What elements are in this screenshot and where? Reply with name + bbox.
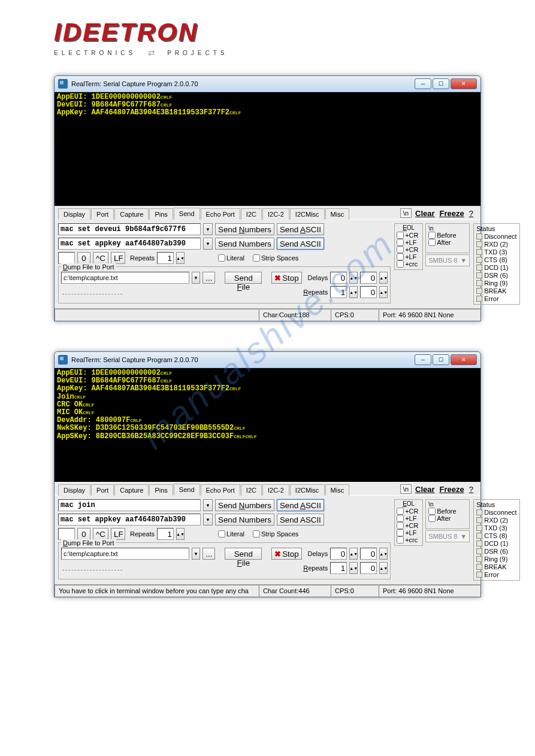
tab-pins[interactable]: Pins	[149, 484, 173, 496]
eol-cr-2[interactable]	[397, 522, 404, 529]
command-input-2[interactable]	[58, 238, 201, 250]
terminal-output[interactable]: AppEUI: 1DEE000000000002CRLF DevEUI: 9B6…	[55, 92, 480, 206]
send-numbers-button-2[interactable]: Send Numbers	[215, 238, 274, 250]
tab-i2cmisc[interactable]: I2CMisc	[290, 484, 325, 496]
before-checkbox[interactable]	[428, 232, 436, 239]
tab-send[interactable]: Send	[174, 208, 200, 220]
tab-echoport[interactable]: Echo Port	[201, 484, 240, 496]
zero-button[interactable]: 0	[77, 528, 90, 540]
send-ascii-button-1[interactable]: Send ASCII	[277, 499, 324, 511]
repeats-file-1[interactable]	[330, 562, 347, 574]
spinner-icon[interactable]: ▲▼	[349, 286, 358, 298]
send-numbers-button-1[interactable]: Send Numbers	[215, 223, 274, 235]
minimize-button[interactable]: ─	[415, 354, 431, 365]
command-input-2[interactable]	[58, 514, 201, 526]
ctrl-c-button[interactable]: ^C	[93, 252, 108, 264]
tab-i2cmisc[interactable]: I2CMisc	[290, 208, 325, 220]
tab-send[interactable]: Send	[174, 484, 200, 496]
char-field[interactable]	[58, 252, 75, 264]
command-input-1[interactable]	[58, 223, 201, 235]
tab-capture[interactable]: Capture	[114, 208, 149, 220]
tab-capture[interactable]: Capture	[114, 484, 149, 496]
tab-i2c[interactable]: I2C	[241, 484, 262, 496]
stop-button[interactable]: ✖Stop	[271, 548, 301, 560]
dropdown-icon[interactable]: ▼	[192, 548, 201, 560]
dropdown-icon[interactable]: ▼	[203, 499, 213, 511]
delay-2-input[interactable]	[360, 548, 377, 560]
delay-1-input[interactable]	[330, 548, 347, 560]
spinner-icon[interactable]: ▲▼	[379, 272, 388, 284]
spinner-icon[interactable]: ▲▼	[379, 548, 388, 560]
strip-spaces-checkbox[interactable]	[253, 530, 260, 538]
tab-echoport[interactable]: Echo Port	[201, 208, 240, 220]
spinner-icon[interactable]: ▲▼	[349, 548, 358, 560]
tab-i2c2[interactable]: I2C-2	[262, 484, 289, 496]
command-input-1[interactable]	[58, 499, 201, 511]
literal-checkbox[interactable]	[218, 530, 225, 538]
literal-checkbox[interactable]	[218, 254, 225, 262]
eol-cr-2[interactable]	[397, 246, 404, 253]
tab-display[interactable]: Display	[58, 484, 90, 496]
dropdown-icon[interactable]: ▼	[203, 238, 213, 250]
tab-misc[interactable]: Misc	[325, 484, 350, 496]
spinner-icon[interactable]: ▲▼	[176, 528, 185, 540]
send-ascii-button-2[interactable]: Send ASCII	[277, 238, 324, 250]
repeats-input[interactable]	[157, 252, 174, 264]
tab-port[interactable]: Port	[91, 208, 114, 220]
titlebar[interactable]: RealTerm: Serial Capture Program 2.0.0.7…	[55, 352, 480, 368]
eol-crc[interactable]	[397, 260, 404, 268]
delay-1-input[interactable]	[330, 272, 347, 284]
after-checkbox[interactable]	[428, 515, 436, 522]
terminal-output[interactable]: AppEUI: 1DEE000000000002CRLF DevEUI: 9B6…	[55, 368, 480, 482]
lf-button[interactable]: LF	[111, 252, 125, 264]
newline-toggle[interactable]: \n	[400, 484, 412, 494]
send-ascii-button-2[interactable]: Send ASCII	[277, 514, 324, 526]
send-file-button[interactable]: Send File	[225, 272, 262, 284]
repeats-file-1[interactable]	[330, 286, 347, 298]
dump-path-input[interactable]	[61, 548, 189, 560]
freeze-button[interactable]: Freeze	[439, 485, 466, 494]
freeze-button[interactable]: Freeze	[439, 209, 466, 218]
char-field[interactable]	[58, 528, 75, 540]
tab-misc[interactable]: Misc	[325, 208, 350, 220]
lf-button[interactable]: LF	[111, 528, 125, 540]
repeats-input[interactable]	[157, 528, 174, 540]
spinner-icon[interactable]: ▲▼	[349, 562, 358, 574]
spinner-icon[interactable]: ▲▼	[349, 272, 358, 284]
spinner-icon[interactable]: ▲▼	[379, 286, 388, 298]
dropdown-icon[interactable]: ▼	[203, 223, 213, 235]
clear-button[interactable]: Clear	[414, 209, 436, 218]
delay-2-input[interactable]	[360, 272, 377, 284]
send-numbers-button-1[interactable]: Send Numbers	[215, 499, 274, 511]
eol-lf-1[interactable]	[397, 515, 404, 522]
stop-button[interactable]: ✖Stop	[271, 272, 301, 284]
zero-button[interactable]: 0	[77, 252, 90, 264]
repeats-file-2[interactable]	[360, 286, 377, 298]
eol-lf-2[interactable]	[397, 529, 404, 536]
dropdown-icon[interactable]: ▼	[192, 272, 201, 284]
titlebar[interactable]: RealTerm: Serial Capture Program 2.0.0.7…	[55, 76, 480, 92]
ctrl-c-button[interactable]: ^C	[93, 528, 108, 540]
eol-cr-1[interactable]	[397, 508, 404, 515]
before-checkbox[interactable]	[428, 508, 436, 515]
eol-lf-1[interactable]	[397, 239, 404, 246]
spinner-icon[interactable]: ▲▼	[379, 562, 388, 574]
tab-port[interactable]: Port	[91, 484, 114, 496]
spinner-icon[interactable]: ▲▼	[176, 252, 185, 264]
dump-path-input[interactable]	[61, 272, 189, 284]
maximize-button[interactable]: ☐	[433, 354, 449, 365]
tab-pins[interactable]: Pins	[149, 208, 173, 220]
eol-cr-1[interactable]	[397, 232, 404, 239]
tab-i2c2[interactable]: I2C-2	[262, 208, 289, 220]
maximize-button[interactable]: ☐	[433, 78, 449, 89]
close-button[interactable]: ✕	[451, 78, 477, 89]
send-numbers-button-2[interactable]: Send Numbers	[215, 514, 274, 526]
browse-button[interactable]: ...	[202, 272, 215, 284]
close-button[interactable]: ✕	[451, 354, 477, 365]
strip-spaces-checkbox[interactable]	[253, 254, 260, 262]
smbus-dropdown[interactable]: SMBUS 8▼	[425, 530, 470, 542]
minimize-button[interactable]: ─	[415, 78, 431, 89]
repeats-file-2[interactable]	[360, 562, 377, 574]
tab-i2c[interactable]: I2C	[241, 208, 262, 220]
eol-lf-2[interactable]	[397, 253, 404, 260]
